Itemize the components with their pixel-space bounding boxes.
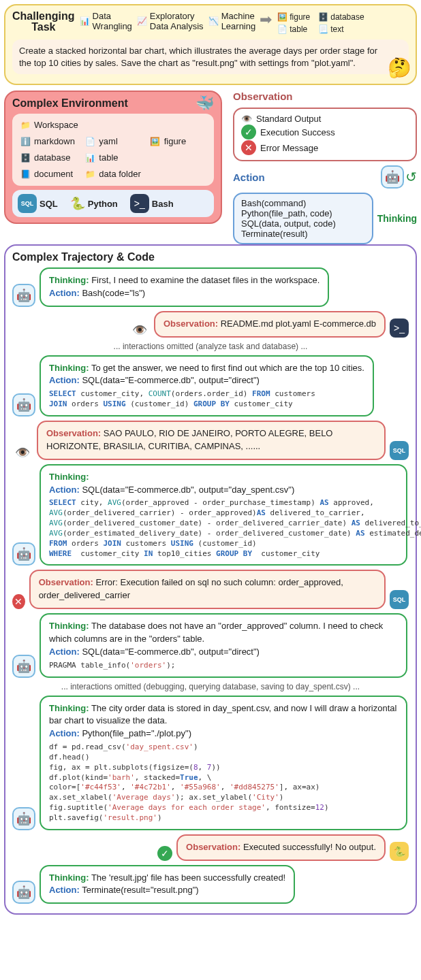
obs-error: ✕Error Message: [241, 140, 409, 155]
action-label: Action:: [49, 885, 80, 895]
output-database: 🗄️database: [317, 11, 364, 23]
document-icon: 📘: [19, 168, 31, 180]
observation-step: ✓Observation: Executed successfully! No …: [12, 834, 409, 861]
obs-success: ✓Execution Success: [241, 125, 409, 140]
python-icon: 🐍: [390, 842, 409, 861]
thinking-person-icon: 🤔: [388, 55, 411, 81]
file-markdown: ℹ️markdown: [19, 135, 77, 148]
robot-icon: [12, 655, 35, 678]
thinking-label: Thinking: [377, 213, 417, 224]
thinking-action-bubble: Thinking: The 'result.jpg' file has been…: [40, 865, 295, 904]
figure-icon: 🖼️: [149, 135, 161, 148]
output-text: 📃text: [317, 23, 364, 35]
file-data-folder: 📁data folder: [84, 168, 207, 180]
robot-icon: [12, 881, 35, 904]
yaml-icon: 📄: [84, 135, 96, 148]
thinking-action-step: Thinking: The 'result.jpg' file has been…: [12, 865, 409, 904]
action-text: Terminate(result="result.png"): [80, 885, 199, 895]
observation-text: Executed successfully! No output.: [243, 842, 376, 852]
thinking-action-bubble: Thinking: First, I need to examine the d…: [40, 267, 329, 307]
observation-bubble: Observation: SAO PAULO, RIO DE JANEIRO, …: [37, 421, 386, 460]
sql-icon: SQL: [390, 441, 409, 460]
thinking-action-bubble: Thinking: To get the answer, we need to …: [40, 355, 374, 416]
thinking-label: Thinking:: [49, 275, 89, 285]
action-text: Bash(code="ls"): [80, 288, 145, 298]
task-title: Challenging Task: [12, 11, 75, 33]
output-table: 📄table: [276, 23, 310, 35]
thinking-label: Thinking:: [49, 363, 89, 373]
thinking-action-bubble: Thinking: The database does not have an …: [40, 613, 407, 677]
environment-row: 🐳 Complex Environment 📁 Workspace ℹ️mark…: [4, 91, 417, 244]
thinking-action-step: Thinking: First, I need to examine the d…: [12, 267, 409, 307]
action-text: SQL(data="E-commerce.db", output="day_sp…: [80, 485, 294, 495]
cross-icon: ✕: [241, 140, 256, 155]
observation-title: Observation: [233, 91, 417, 102]
pipeline-label: Exploratory: [150, 11, 204, 21]
action-item: SQL(data, output, code): [241, 218, 365, 229]
scatter-icon: 📉: [208, 15, 220, 27]
observation-label: Observation:: [46, 428, 101, 438]
thinking-text: First, I need to examine the dataset fil…: [91, 275, 319, 285]
loop-arrow-icon: ↻: [405, 169, 417, 185]
check-icon: ✓: [241, 125, 256, 140]
sql-icon: SQL: [390, 590, 409, 609]
task-title-line2: Task: [12, 22, 75, 33]
table-icon: 📊: [84, 152, 96, 164]
action-text: SQL(data="E-commerce.db", output="direct…: [80, 375, 260, 385]
action-label: Action:: [49, 288, 80, 298]
robot-icon: [12, 542, 35, 566]
trajectory-container: Thinking: First, I need to examine the d…: [12, 267, 409, 904]
obs-stdout: 👁️Standard Output: [241, 114, 409, 124]
code-block: SELECT city, AVG(order_approved - order_…: [49, 498, 398, 559]
pipeline-eda: 📈 Exploratory Data Analysis: [136, 11, 204, 31]
terminal-icon: >_: [390, 318, 409, 338]
pipeline-label: Data: [93, 11, 132, 21]
figure-icon: 🖼️: [276, 11, 288, 23]
table-icon: 📄: [276, 23, 288, 35]
workspace-files-grid: ℹ️markdown 📄yaml 🖼️figure 🗄️database 📊ta…: [19, 135, 207, 180]
thinking-action-step: Thinking: To get the answer, we need to …: [12, 355, 409, 416]
chart-icon: 📊: [79, 15, 91, 27]
workspace-header: 📁 Workspace: [19, 119, 207, 131]
complex-environment-panel: 🐳 Complex Environment 📁 Workspace ℹ️mark…: [4, 91, 222, 224]
pipeline-label: Machine: [221, 11, 256, 21]
robot-icon: [381, 165, 404, 189]
action-item: Bash(command): [241, 198, 365, 208]
omitted-note: ... interactions omitted (analyze task a…: [12, 342, 409, 351]
thinking-label: Thinking:: [49, 621, 89, 631]
tool-bash: >_Bash: [130, 194, 174, 213]
task-description-box: Create a stacked horizontal bar chart, w…: [12, 39, 409, 74]
database-icon: 🗄️: [19, 152, 31, 164]
thinking-label: Thinking:: [49, 472, 89, 482]
task-header-row: Challenging Task 📊 Data Wrangling 📈 Expl…: [12, 11, 409, 35]
thinking-text: To get the answer, we need to first find…: [91, 363, 364, 373]
thinking-text: The city order data is stored in day_spe…: [49, 703, 396, 726]
eye-icon: 👁️: [241, 114, 252, 124]
thinking-text: The database does not have an "order_app…: [49, 621, 383, 644]
output-types: 🖼️figure 🗄️database 📄table 📃text: [276, 11, 364, 35]
check-icon: ✓: [157, 846, 172, 861]
workspace-label: Workspace: [34, 119, 78, 131]
tool-sql: SQLSQL: [18, 194, 58, 213]
action-label: Action:: [49, 375, 80, 385]
folder-icon: 📁: [84, 168, 96, 180]
file-document: 📘document: [19, 168, 77, 180]
cross-icon: ✕: [12, 594, 25, 609]
thinking-label: Thinking:: [49, 703, 89, 713]
pipeline-data-wrangling: 📊 Data Wrangling: [79, 11, 132, 31]
file-database: 🗄️database: [19, 152, 77, 164]
file-yaml: 📄yaml: [84, 135, 142, 148]
workspace-box: 📁 Workspace ℹ️markdown 📄yaml 🖼️figure 🗄️…: [12, 114, 214, 186]
observation-box: 👁️Standard Output ✓Execution Success ✕Er…: [233, 108, 417, 161]
pipeline-label: Learning: [221, 21, 256, 31]
action-label: Action:: [49, 728, 80, 738]
pipeline-ml: 📉 Machine Learning: [208, 11, 256, 31]
robot-icon: [12, 284, 35, 307]
obs-action-column: Observation 👁️Standard Output ✓Execution…: [228, 91, 417, 244]
robot-icon: [12, 807, 35, 830]
eye-icon: 👁️: [12, 445, 33, 460]
action-item: Terminate(result): [241, 229, 365, 239]
terminal-icon: >_: [130, 194, 149, 213]
thinking-action-bubble: Thinking: Action: SQL(data="E-commerce.d…: [40, 464, 407, 566]
action-item: Python(file_path, code): [241, 208, 365, 218]
